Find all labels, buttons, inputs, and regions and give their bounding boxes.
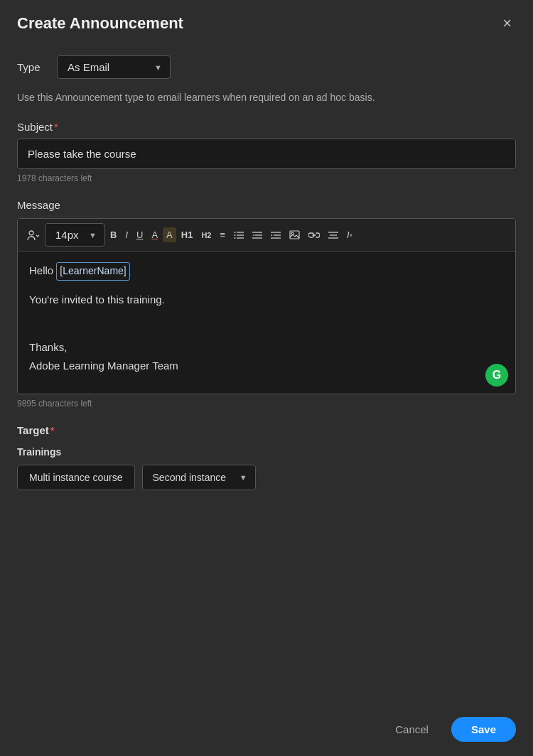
align-center-btn[interactable] (325, 229, 342, 242)
modal-header: Create Announcement × (0, 0, 533, 44)
insert-image-btn[interactable] (286, 228, 303, 242)
message-section: Message 14px 10px (17, 199, 516, 409)
font-color-btn[interactable]: A (148, 227, 161, 242)
font-size-select[interactable]: 14px 10px 12px 16px 18px (45, 223, 105, 247)
svg-point-2 (235, 234, 236, 236)
hello-text: Hello (29, 264, 56, 276)
svg-point-1 (235, 232, 236, 233)
spacer1 (29, 281, 504, 291)
training-row: Multi instance course Second instance Fi… (17, 465, 516, 490)
instance-select[interactable]: Second instance First instance Third ins… (142, 465, 256, 490)
target-label: Target* (17, 424, 516, 436)
type-description: Use this Announcement type to email lear… (17, 90, 516, 105)
subject-label: Subject* (17, 121, 516, 133)
type-row: Type As Email In App Both (17, 55, 516, 79)
subject-input[interactable] (17, 139, 516, 169)
type-select-wrapper[interactable]: As Email In App Both (57, 55, 171, 79)
message-char-count: 9895 characters left (17, 399, 516, 409)
editor-content[interactable]: Hello [LearnerName] You're invited to th… (18, 252, 515, 394)
insert-link-btn[interactable] (305, 230, 323, 241)
font-size-select-wrapper[interactable]: 14px 10px 12px 16px 18px (45, 223, 105, 247)
training-name: Multi instance course (17, 465, 135, 490)
bold-btn[interactable]: B (107, 227, 120, 242)
close-button[interactable]: × (498, 13, 516, 34)
spacer2 (29, 308, 504, 338)
editor-line-2: You're invited to this training. (29, 291, 504, 309)
cancel-button[interactable]: Cancel (382, 717, 441, 742)
editor-line-1: Hello [LearnerName] (29, 261, 504, 281)
modal-footer: Cancel Save (0, 706, 533, 756)
editor-line-thanks: Thanks, (29, 338, 504, 357)
font-family-btn[interactable] (23, 227, 43, 243)
svg-point-3 (235, 237, 236, 239)
svg-rect-13 (290, 231, 299, 239)
modal-body: Type As Email In App Both Use this Annou… (0, 44, 533, 706)
target-required-star: * (50, 424, 55, 436)
type-select[interactable]: As Email In App Both (57, 55, 171, 79)
editor-container: 14px 10px 12px 16px 18px B I U A A H1 H2 (17, 218, 516, 394)
create-announcement-modal: Create Announcement × Type As Email In A… (0, 0, 533, 756)
italic-btn[interactable]: I (122, 227, 131, 242)
modal-title: Create Announcement (17, 14, 183, 33)
editor-toolbar: 14px 10px 12px 16px 18px B I U A A H1 H2 (18, 219, 515, 252)
list-btn[interactable] (230, 229, 247, 242)
instance-select-wrapper[interactable]: Second instance First instance Third ins… (142, 465, 256, 490)
grammarly-icon: G (485, 364, 508, 387)
save-button[interactable]: Save (451, 717, 516, 742)
type-label: Type (17, 61, 45, 73)
trainings-label: Trainings (17, 446, 516, 458)
editor-line-team: Adobe Learning Manager Team (29, 357, 504, 375)
underline-btn[interactable]: U (133, 227, 146, 242)
align-left-btn[interactable]: ≡ (216, 227, 229, 242)
message-label: Message (17, 199, 516, 211)
subject-required-star: * (54, 121, 58, 133)
indent-decrease-btn[interactable] (249, 229, 266, 242)
subject-char-count: 1978 characters left (17, 173, 516, 183)
svg-point-14 (291, 232, 294, 234)
highlight-btn[interactable]: A (163, 227, 176, 242)
clear-format-btn[interactable]: Ix (343, 227, 356, 242)
h2-btn[interactable]: H2 (198, 229, 215, 242)
target-section: Target* Trainings Multi instance course … (17, 424, 516, 490)
learner-name-tag: [LearnerName] (56, 262, 129, 281)
svg-point-0 (29, 231, 33, 235)
h1-btn[interactable]: H1 (178, 227, 197, 242)
indent-increase-btn[interactable] (267, 229, 284, 242)
